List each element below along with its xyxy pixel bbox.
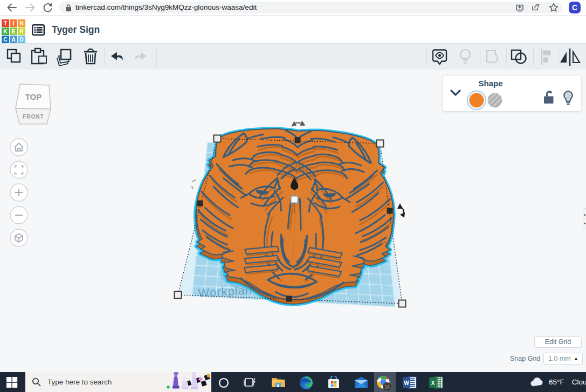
svg-text:FRONT: FRONT: [23, 114, 44, 120]
svg-text:W: W: [404, 380, 409, 386]
svg-text:TOP: TOP: [25, 92, 42, 101]
svg-text:X: X: [431, 380, 435, 386]
